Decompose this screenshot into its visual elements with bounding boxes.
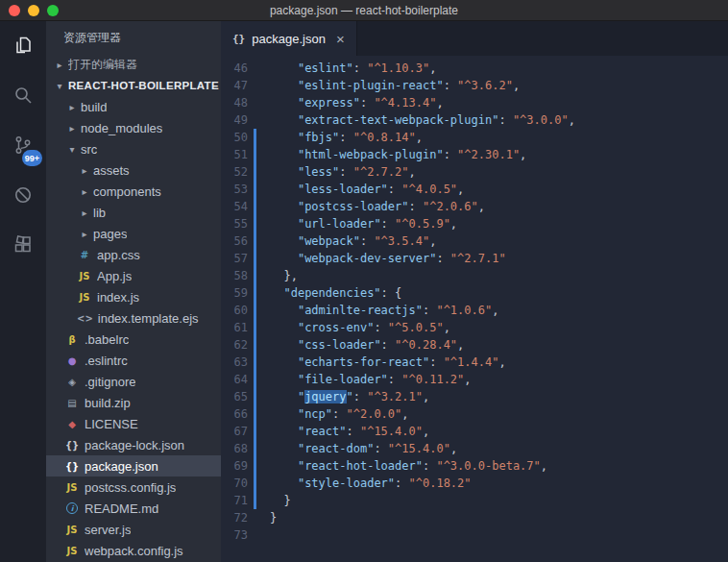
file-label: REACT-HOT-BOILERPLATE [68, 80, 219, 91]
code-line-73[interactable]: 73 [221, 526, 728, 544]
modified-gutter-indicator [254, 250, 256, 267]
code-line-67[interactable]: 67 "react": "^15.4.0", [221, 423, 728, 440]
minimize-window-button[interactable] [28, 5, 39, 16]
file-label: package.json [85, 459, 158, 474]
debug-button[interactable] [0, 177, 46, 213]
line-number: 64 [221, 371, 254, 388]
line-number: 55 [221, 215, 254, 232]
code-line-56[interactable]: 56 "webpack": "^3.5.4", [221, 232, 728, 250]
code-line-61[interactable]: 61 "cross-env": "^5.0.5", [221, 319, 728, 336]
line-number: 73 [221, 526, 254, 544]
code-text: "css-loader": "^0.28.4", [270, 336, 464, 354]
chevron-right-icon: ▸ [77, 165, 92, 176]
code-text: "less": "^2.7.2", [270, 163, 416, 181]
tree-item-src[interactable]: ▾src [46, 138, 221, 159]
tree-item-pages[interactable]: ▸pages [46, 223, 221, 244]
license-icon: ◆ [64, 419, 80, 429]
tree-item-.eslintrc[interactable]: ●.eslintrc [46, 350, 221, 371]
tree-item-postcss.config.js[interactable]: JSpostcss.config.js [46, 476, 221, 498]
modified-gutter-indicator [254, 492, 256, 509]
editor-pane: {} package.json × 46 "eslint": "^1.10.3"… [221, 21, 728, 562]
code-line-62[interactable]: 62 "css-loader": "^0.28.4", [221, 336, 728, 354]
file-label: .gitignore [85, 375, 135, 389]
tree-item-readme.md[interactable]: iREADME.md [46, 498, 221, 519]
zoom-window-button[interactable] [47, 5, 59, 16]
line-number: 49 [221, 111, 254, 129]
modified-gutter-indicator [254, 371, 256, 388]
tree-item-.gitignore[interactable]: ◈.gitignore [46, 371, 221, 392]
chevron-right-icon: ▸ [77, 229, 92, 239]
source-control-button[interactable]: 99+ [0, 127, 46, 163]
code-line-68[interactable]: 68 "react-dom": "^15.4.0", [221, 440, 728, 457]
tree-item-build[interactable]: ▸build [46, 96, 221, 117]
code-line-70[interactable]: 70 "style-loader": "^0.18.2" [221, 475, 728, 492]
tree-item-index.js[interactable]: JSindex.js [46, 286, 221, 307]
tree-item-app.css[interactable]: #app.css [46, 244, 221, 265]
window-title: package.json — react-hot-boilerplate [0, 4, 728, 17]
tree-item-index.template.ejs[interactable]: <>index.template.ejs [46, 307, 221, 329]
code-text: "fbjs": "^0.8.14", [270, 129, 423, 146]
explorer-button[interactable] [0, 27, 46, 63]
code-editor[interactable]: 46 "eslint": "^1.10.3",47 "eslint-plugin… [221, 56, 728, 562]
tree-item-node_modules[interactable]: ▸node_modules [46, 117, 221, 138]
code-line-48[interactable]: 48 "express": "^4.13.4", [221, 94, 728, 111]
code-line-71[interactable]: 71 } [221, 492, 728, 509]
code-line-58[interactable]: 58 }, [221, 267, 728, 284]
code-line-46[interactable]: 46 "eslint": "^1.10.3", [221, 60, 728, 77]
code-line-69[interactable]: 69 "react-hot-loader": "^3.0.0-beta.7", [221, 457, 728, 475]
tree-item-server.js[interactable]: JSserver.js [46, 519, 221, 540]
tree-item-react-hot-boilerplate[interactable]: ▾REACT-HOT-BOILERPLATE [46, 75, 221, 96]
file-label: node_modules [81, 121, 162, 135]
json-icon: {} [64, 461, 80, 472]
code-line-59[interactable]: 59 "dependencies": { [221, 284, 728, 302]
tree-item-package-lock.json[interactable]: {}package-lock.json [46, 434, 221, 455]
modified-gutter-indicator [254, 475, 256, 492]
line-number: 51 [221, 146, 254, 163]
code-line-51[interactable]: 51 "html-webpack-plugin": "^2.30.1", [221, 146, 728, 163]
line-number: 48 [221, 94, 254, 111]
modified-gutter-indicator [254, 77, 256, 94]
eslint-icon: ● [64, 355, 80, 366]
modified-gutter-indicator [254, 440, 256, 457]
tree-item-webpack.config.js[interactable]: JSwebpack.config.js [46, 540, 221, 561]
modified-gutter-indicator [254, 60, 256, 77]
tree-item-build.zip[interactable]: ▤build.zip [46, 392, 221, 413]
tree-item-package.json[interactable]: {}package.json [46, 455, 221, 476]
modified-gutter-indicator [254, 198, 256, 215]
tree-item-components[interactable]: ▸components [46, 181, 221, 202]
tree-item-.babelrc[interactable]: β.babelrc [46, 329, 221, 350]
search-button[interactable] [0, 77, 46, 113]
code-line-63[interactable]: 63 "echarts-for-react": "^1.4.4", [221, 354, 728, 371]
code-line-54[interactable]: 54 "postcss-loader": "^2.0.6", [221, 198, 728, 215]
code-line-57[interactable]: 57 "webpack-dev-server": "^2.7.1" [221, 250, 728, 267]
js-icon: JS [64, 525, 80, 535]
code-line-53[interactable]: 53 "less-loader": "^4.0.5", [221, 181, 728, 198]
close-window-button[interactable] [9, 5, 20, 16]
file-label: src [81, 142, 97, 157]
tab-package-json[interactable]: {} package.json × [221, 21, 357, 56]
tree-item-lib[interactable]: ▸lib [46, 202, 221, 223]
code-line-47[interactable]: 47 "eslint-plugin-react": "^3.6.2", [221, 77, 728, 94]
tree-item-assets[interactable]: ▸assets [46, 159, 221, 181]
code-line-64[interactable]: 64 "file-loader": "^0.11.2", [221, 371, 728, 388]
code-line-49[interactable]: 49 "extract-text-webpack-plugin": "^3.0.… [221, 111, 728, 129]
file-label: postcss.config.js [85, 480, 176, 495]
tree-item-license[interactable]: ◆LICENSE [46, 413, 221, 434]
line-number: 62 [221, 336, 254, 354]
chevron-right-icon: ▸ [77, 186, 92, 197]
extensions-button[interactable] [0, 227, 46, 263]
code-line-65[interactable]: 65 "jquery": "^3.2.1", [221, 388, 728, 405]
code-text: "react-dom": "^15.4.0", [270, 440, 457, 457]
code-line-50[interactable]: 50 "fbjs": "^0.8.14", [221, 129, 728, 146]
code-line-55[interactable]: 55 "url-loader": "^0.5.9", [221, 215, 728, 232]
code-text: "eslint": "^1.10.3", [270, 60, 436, 77]
tree-item--[interactable]: ▸打开的编辑器 [46, 54, 221, 75]
code-line-52[interactable]: 52 "less": "^2.7.2", [221, 163, 728, 181]
code-line-60[interactable]: 60 "adminlte-reactjs": "^1.0.6", [221, 302, 728, 319]
code-line-72[interactable]: 72} [221, 509, 728, 526]
code-text: "webpack": "^3.5.4", [270, 232, 436, 250]
tree-item-app.js[interactable]: JSApp.js [46, 265, 221, 286]
code-text: "eslint-plugin-react": "^3.6.2", [270, 77, 520, 94]
close-icon[interactable]: × [336, 32, 345, 46]
code-line-66[interactable]: 66 "ncp": "^2.0.0", [221, 405, 728, 423]
